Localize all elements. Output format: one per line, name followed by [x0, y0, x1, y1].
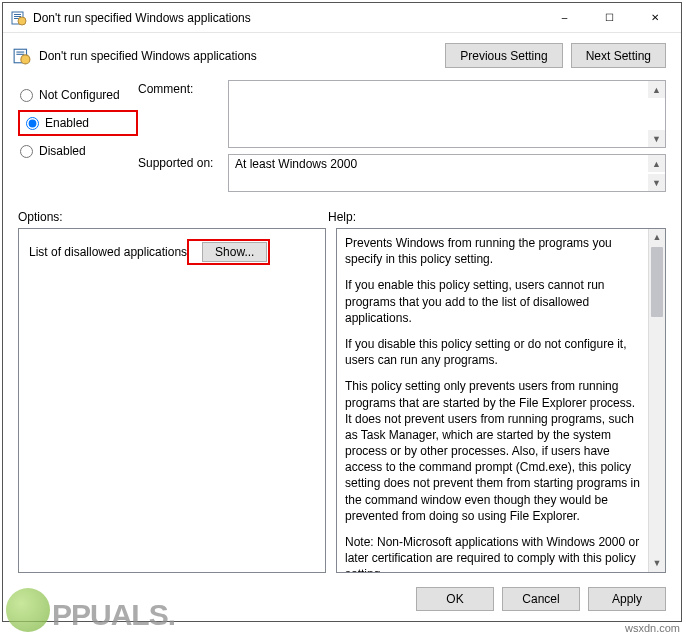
radio-not-configured-label: Not Configured: [39, 88, 120, 102]
policy-icon: [11, 10, 27, 26]
scroll-up-icon[interactable]: ▲: [649, 229, 665, 246]
help-text: If you disable this policy setting or do…: [345, 336, 643, 368]
scroll-down-icon[interactable]: ▼: [648, 130, 665, 147]
comment-row: Comment: ▲ ▼: [138, 80, 666, 148]
panels-row: List of disallowed applications Show... …: [3, 228, 681, 579]
policy-icon: [13, 47, 31, 65]
titlebar: Don't run specified Windows applications…: [3, 3, 681, 33]
help-panel: Prevents Windows from running the progra…: [336, 228, 666, 573]
help-scrollbar[interactable]: ▲ ▼: [648, 229, 665, 572]
radio-disabled[interactable]: Disabled: [18, 142, 138, 160]
enabled-highlight: Enabled: [18, 110, 138, 136]
help-section-label: Help:: [328, 210, 666, 224]
minimize-button[interactable]: –: [542, 4, 587, 32]
svg-point-4: [18, 17, 26, 25]
next-setting-button[interactable]: Next Setting: [571, 43, 666, 68]
help-text: Note: Non-Microsoft applications with Wi…: [345, 534, 643, 573]
watermark-url: wsxdn.com: [625, 622, 680, 634]
show-highlight: Show...: [187, 239, 270, 265]
comment-textarea[interactable]: ▲ ▼: [228, 80, 666, 148]
svg-rect-1: [14, 14, 21, 15]
comment-label: Comment:: [138, 80, 228, 148]
svg-point-8: [21, 54, 30, 63]
policy-editor-window: Don't run specified Windows applications…: [2, 2, 682, 622]
close-button[interactable]: ✕: [632, 4, 677, 32]
options-panel: List of disallowed applications Show...: [18, 228, 326, 573]
header-row: Don't run specified Windows applications…: [3, 33, 681, 72]
state-column: Not Configured Enabled Disabled: [18, 80, 138, 198]
options-row: List of disallowed applications Show...: [29, 239, 315, 265]
radio-enabled-input[interactable]: [26, 117, 39, 130]
form-column: Comment: ▲ ▼ Supported on: At least Wind…: [138, 80, 666, 198]
apply-button[interactable]: Apply: [588, 587, 666, 611]
previous-setting-button[interactable]: Previous Setting: [445, 43, 562, 68]
policy-title: Don't run specified Windows applications: [39, 49, 437, 63]
supported-box: At least Windows 2000 ▲ ▼: [228, 154, 666, 192]
supported-row: Supported on: At least Windows 2000 ▲ ▼: [138, 154, 666, 192]
supported-value: At least Windows 2000: [235, 157, 357, 171]
section-labels: Options: Help:: [3, 198, 681, 228]
scroll-up-icon[interactable]: ▲: [648, 81, 665, 98]
disallowed-list-label: List of disallowed applications: [29, 245, 187, 259]
config-area: Not Configured Enabled Disabled Comment:…: [3, 72, 681, 198]
svg-rect-2: [14, 16, 21, 17]
radio-not-configured[interactable]: Not Configured: [18, 86, 138, 104]
maximize-button[interactable]: ☐: [587, 4, 632, 32]
footer-buttons: OK Cancel Apply: [3, 579, 681, 621]
svg-rect-6: [16, 51, 24, 52]
cancel-button[interactable]: Cancel: [502, 587, 580, 611]
ok-button[interactable]: OK: [416, 587, 494, 611]
show-button[interactable]: Show...: [202, 242, 267, 262]
radio-disabled-input[interactable]: [20, 145, 33, 158]
scroll-down-icon[interactable]: ▼: [649, 555, 665, 572]
radio-disabled-label: Disabled: [39, 144, 86, 158]
scroll-down-icon[interactable]: ▼: [648, 174, 665, 191]
help-text: If you enable this policy setting, users…: [345, 277, 643, 326]
help-text: Prevents Windows from running the progra…: [345, 235, 643, 267]
window-title: Don't run specified Windows applications: [33, 11, 542, 25]
radio-enabled-label: Enabled: [45, 116, 89, 130]
supported-label: Supported on:: [138, 154, 228, 192]
options-section-label: Options:: [18, 210, 328, 224]
help-text: This policy setting only prevents users …: [345, 378, 643, 524]
scroll-up-icon[interactable]: ▲: [648, 155, 665, 172]
radio-enabled[interactable]: Enabled: [24, 114, 132, 132]
radio-not-configured-input[interactable]: [20, 89, 33, 102]
scroll-thumb[interactable]: [651, 247, 663, 317]
svg-rect-7: [16, 53, 24, 54]
